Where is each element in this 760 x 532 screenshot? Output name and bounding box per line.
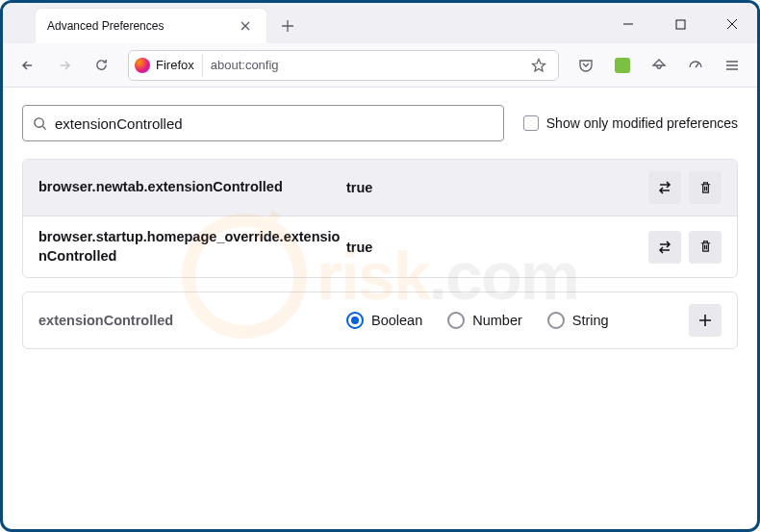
tab-title: Advanced Preferences [47, 19, 236, 33]
bookmark-star-icon[interactable] [525, 52, 552, 79]
toggle-button[interactable] [648, 171, 681, 204]
swap-icon [657, 180, 672, 195]
pref-actions [648, 171, 722, 204]
pref-actions [648, 231, 722, 264]
pref-row[interactable]: browser.startup.homepage_override.extens… [23, 215, 737, 277]
delete-button[interactable] [689, 171, 722, 204]
forward-button[interactable] [49, 50, 80, 81]
radio-icon [547, 312, 565, 329]
trash-icon [698, 181, 713, 195]
close-window-button[interactable] [715, 11, 749, 38]
radio-label: String [572, 313, 609, 328]
config-content: extensionControlled Show only modified p… [3, 88, 757, 367]
new-pref-row: extensionControlled Boolean Number Strin… [22, 291, 738, 349]
pref-list: browser.newtab.extensionControlled true … [22, 159, 738, 278]
window-controls [611, 11, 749, 38]
browser-toolbar: Firefox about:config [3, 43, 757, 88]
radio-label: Boolean [371, 313, 422, 328]
pref-value: true [346, 180, 648, 195]
show-modified-checkbox[interactable]: Show only modified preferences [523, 115, 738, 131]
new-pref-name: extensionControlled [38, 313, 346, 328]
search-input[interactable]: extensionControlled [22, 105, 504, 141]
site-identity[interactable]: Firefox [135, 54, 203, 77]
svg-point-1 [35, 117, 43, 126]
address-bar[interactable]: Firefox about:config [128, 50, 559, 81]
radio-label: Number [472, 313, 522, 328]
swap-icon [657, 240, 672, 255]
extension-icon[interactable] [607, 50, 638, 81]
pref-name: browser.startup.homepage_override.extens… [38, 228, 346, 266]
maximize-button[interactable] [663, 11, 697, 38]
minimize-button[interactable] [611, 11, 646, 38]
checkbox-icon [523, 115, 539, 131]
svg-rect-0 [676, 20, 685, 29]
radio-string[interactable]: String [547, 312, 609, 329]
type-radio-group: Boolean Number String [346, 312, 689, 329]
pref-value: true [346, 240, 648, 255]
radio-boolean[interactable]: Boolean [346, 312, 422, 329]
identity-label: Firefox [156, 58, 194, 72]
browser-tab[interactable]: Advanced Preferences [36, 9, 266, 43]
radio-icon [447, 312, 465, 329]
url-text: about:config [203, 58, 525, 72]
back-button[interactable] [13, 50, 43, 81]
pref-row[interactable]: browser.newtab.extensionControlled true [23, 160, 737, 215]
add-pref-button[interactable] [689, 304, 722, 337]
new-tab-button[interactable] [272, 11, 303, 41]
firefox-logo-icon [135, 58, 150, 73]
search-icon [33, 116, 47, 131]
close-tab-icon[interactable] [236, 16, 255, 36]
search-value: extensionControlled [55, 115, 183, 132]
inbox-icon[interactable] [644, 50, 674, 81]
pocket-icon[interactable] [570, 50, 601, 81]
search-row: extensionControlled Show only modified p… [22, 105, 738, 141]
checkbox-label: Show only modified preferences [546, 115, 738, 131]
radio-icon [346, 312, 364, 329]
pref-name: browser.newtab.extensionControlled [38, 178, 346, 197]
hamburger-menu-icon[interactable] [717, 50, 747, 81]
delete-button[interactable] [689, 231, 722, 264]
trash-icon [698, 240, 713, 254]
radio-number[interactable]: Number [447, 312, 522, 329]
plus-icon [698, 314, 712, 327]
toggle-button[interactable] [648, 231, 681, 264]
dashboard-icon[interactable] [680, 50, 711, 81]
reload-button[interactable] [86, 50, 116, 81]
